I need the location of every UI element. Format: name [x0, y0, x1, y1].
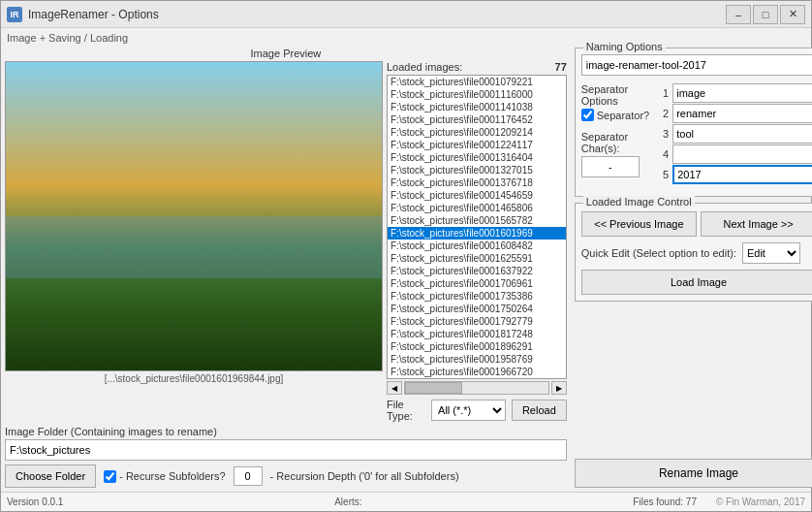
list-item[interactable]: F:\stock_pictures\file0001735386 — [388, 290, 566, 303]
recursion-depth-input[interactable] — [234, 466, 263, 486]
naming-preview-input[interactable] — [581, 54, 812, 76]
list-item[interactable]: F:\stock_pictures\file0001376718 — [388, 176, 566, 189]
sep-item-num: 2 — [657, 108, 669, 119]
file-type-row: File Type: All (*.*)*.jpg*.png*.bmp*.gif… — [387, 399, 567, 422]
image-preview-box — [5, 61, 383, 371]
content-area: Image + Saving / Loading Image Preview [… — [1, 28, 811, 492]
preview-image — [6, 62, 382, 370]
image-and-list: [...\stock_pictures\file0001601969844.jp… — [5, 61, 567, 422]
recurse-subfolders-checkbox[interactable]: - Recurse Subfolders? — [104, 470, 225, 483]
sep-item: 5 — [657, 165, 812, 184]
title-bar: IR ImageRenamer - Options – □ ✕ — [1, 1, 811, 28]
list-item[interactable]: F:\stock_pictures\file0001817248 — [388, 328, 566, 340]
loaded-image-control-title: Loaded Image Control — [583, 196, 695, 208]
loaded-image-control-group: Loaded Image Control << Previous Image N… — [575, 203, 812, 302]
list-item[interactable]: F:\stock_pictures\file0001896291 — [388, 340, 566, 353]
quick-edit-select[interactable]: EditRenameDeleteCopy — [742, 242, 800, 264]
maximize-button[interactable]: □ — [753, 5, 778, 24]
rename-image-button[interactable]: Rename Image — [575, 459, 812, 488]
file-type-select[interactable]: All (*.*)*.jpg*.png*.bmp*.gif — [431, 400, 506, 421]
main-row: Image Preview [...\stock_pictures\file00… — [5, 48, 807, 488]
list-item[interactable]: F:\stock_pictures\file0001625591 — [388, 252, 566, 265]
list-item[interactable]: F:\stock_pictures\file0001750264 — [388, 303, 566, 315]
loaded-images-count: 77 — [555, 61, 567, 73]
copyright-label: © Fin Warman, 2017 — [716, 496, 805, 507]
sep-item: 1 — [657, 83, 812, 103]
folder-controls: Choose Folder - Recurse Subfolders? - Re… — [5, 464, 567, 488]
section-label: Image + Saving / Loading — [5, 32, 807, 44]
list-item[interactable]: F:\stock_pictures\file0001608482 — [388, 240, 566, 252]
list-item[interactable]: F:\stock_pictures\file0001792779 — [388, 315, 566, 328]
next-image-button[interactable]: Next Image >> — [701, 211, 812, 237]
list-item[interactable]: F:\stock_pictures\file0001224117 — [388, 139, 566, 151]
title-bar-left: IR ImageRenamer - Options — [7, 7, 159, 22]
alerts-label: Alerts: — [82, 496, 613, 507]
list-scrollbar: ◀ ▶ — [387, 381, 567, 395]
list-item[interactable]: F:\stock_pictures\file0001116000 — [388, 88, 566, 101]
image-folder-label: Image Folder (Containing images to renam… — [5, 426, 567, 437]
separator-options: Separator Options Separator? Separator C… — [581, 83, 649, 177]
separator-checkbox-text: Separator? — [597, 110, 649, 121]
separator-checkbox[interactable] — [581, 109, 594, 121]
sep-items: 12345 — [657, 83, 812, 184]
reload-button[interactable]: Reload — [512, 400, 567, 421]
file-listbox[interactable]: F:\stock_pictures\file0001079221F:\stock… — [387, 75, 567, 379]
file-list-container: Loaded images: 77 F:\stock_pictures\file… — [387, 61, 567, 422]
sep-item-input-5[interactable] — [672, 165, 812, 184]
file-type-label: File Type: — [387, 399, 425, 422]
version-label: Version 0.0.1 — [7, 496, 63, 507]
list-item[interactable]: F:\stock_pictures\file0001706961 — [388, 277, 566, 290]
prev-image-button[interactable]: << Previous Image — [581, 211, 697, 237]
choose-folder-button[interactable]: Choose Folder — [5, 464, 96, 488]
sep-item-input-3[interactable] — [672, 124, 812, 144]
sep-item-input-2[interactable] — [672, 104, 812, 123]
loaded-images-header: Loaded images: 77 — [387, 61, 567, 73]
minimize-button[interactable]: – — [726, 5, 751, 24]
loaded-images-label: Loaded images: — [387, 61, 462, 73]
sep-item-input-4[interactable] — [672, 144, 812, 164]
alerts-text: Alerts: — [334, 496, 361, 507]
left-panel: Image Preview [...\stock_pictures\file00… — [5, 48, 567, 488]
right-panel: Naming Options Separator Options Separat… — [571, 48, 812, 488]
list-item[interactable]: F:\stock_pictures\file0001601969 — [388, 227, 566, 240]
app-icon: IR — [7, 7, 22, 22]
separator-char-label: Separator Char(s): — [581, 131, 649, 154]
close-button[interactable]: ✕ — [780, 5, 805, 24]
list-item[interactable]: F:\stock_pictures\file0001141038 — [388, 101, 566, 113]
scroll-left-button[interactable]: ◀ — [387, 381, 402, 395]
naming-options-group: Naming Options Separator Options Separat… — [575, 48, 812, 197]
main-window: IR ImageRenamer - Options – □ ✕ Image + … — [0, 0, 812, 512]
load-image-button[interactable]: Load Image — [581, 270, 812, 295]
preview-label: Image Preview — [5, 48, 567, 59]
list-item[interactable]: F:\stock_pictures\file0001966720 — [388, 366, 566, 378]
naming-options-title: Naming Options — [583, 41, 666, 52]
separator-checkbox-label[interactable]: Separator? — [581, 109, 649, 121]
sep-item-num: 3 — [657, 128, 669, 140]
list-item[interactable]: F:\stock_pictures\file0001327015 — [388, 164, 566, 176]
folder-path-input[interactable] — [5, 439, 567, 461]
status-bar: Version 0.0.1 Alerts: Files found: 77 © … — [1, 492, 811, 511]
sep-item-num: 5 — [657, 169, 669, 180]
scroll-right-button[interactable]: ▶ — [551, 381, 567, 395]
title-bar-controls: – □ ✕ — [726, 5, 805, 24]
scroll-track — [404, 381, 549, 395]
list-item[interactable]: F:\stock_pictures\file0001454659 — [388, 189, 566, 202]
list-item[interactable]: F:\stock_pictures\file0001565782 — [388, 214, 566, 227]
list-item[interactable]: F:\stock_pictures\file0001316404 — [388, 151, 566, 164]
list-item[interactable]: F:\stock_pictures\file0001958769 — [388, 353, 566, 366]
bottom-left: Image Folder (Containing images to renam… — [5, 426, 567, 488]
list-item[interactable]: F:\stock_pictures\file0001176452 — [388, 113, 566, 126]
separator-char-input[interactable] — [581, 156, 640, 177]
sep-item-num: 1 — [657, 87, 669, 99]
separator-options-label: Separator Options — [581, 83, 649, 107]
image-caption: [...\stock_pictures\file0001601969844.jp… — [5, 373, 383, 384]
list-item[interactable]: F:\stock_pictures\file0001465806 — [388, 202, 566, 214]
quick-edit-label: Quick Edit (Select option to edit): — [581, 247, 736, 259]
recursion-depth-label: - Recursion Depth ('0' for all Subfolder… — [270, 470, 459, 482]
list-item[interactable]: F:\stock_pictures\file0001637922 — [388, 265, 566, 277]
sep-item-input-1[interactable] — [672, 83, 812, 103]
sep-item: 3 — [657, 124, 812, 144]
list-item[interactable]: F:\stock_pictures\file0001209214 — [388, 126, 566, 139]
recurse-checkbox[interactable] — [104, 470, 116, 483]
list-item[interactable]: F:\stock_pictures\file0001079221 — [388, 76, 566, 88]
